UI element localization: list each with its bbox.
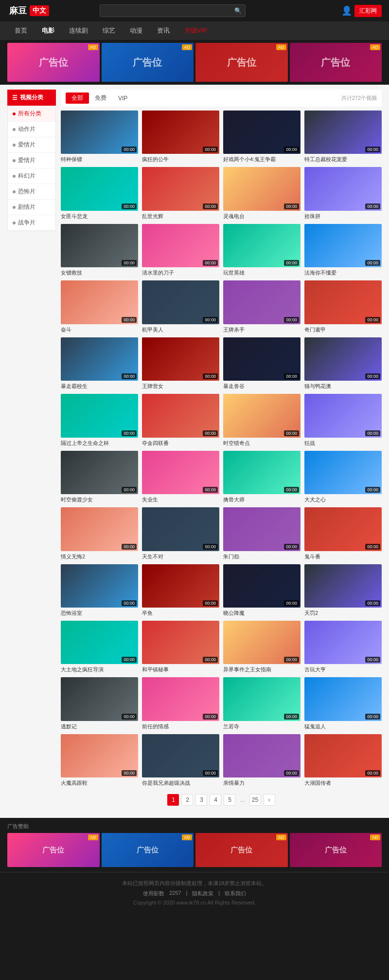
video-card[interactable]: 00:00 恐怖浴室 xyxy=(61,564,138,617)
sidebar-item-scifi[interactable]: 科幻片 xyxy=(8,168,55,184)
sidebar-item-romance[interactable]: 爱情片 xyxy=(8,153,55,168)
user-site-button[interactable]: 汇彩网 xyxy=(354,5,382,17)
video-card[interactable]: 00:00 机甲美人 xyxy=(142,280,219,333)
video-card[interactable]: 00:00 暴走霸校生 xyxy=(61,337,138,390)
video-card[interactable]: 00:00 失业生 xyxy=(142,451,219,503)
footer-contact[interactable]: 联系我们 xyxy=(225,890,246,897)
video-card[interactable]: 00:00 疯狂的公牛 xyxy=(142,111,219,163)
video-title: 和平镇秘事 xyxy=(142,666,219,673)
banner-4-text: 广告位 xyxy=(321,56,350,69)
video-card[interactable]: 00:00 猫与鸭花澳 xyxy=(304,337,382,390)
filter-tab-vip[interactable]: VIP xyxy=(112,93,133,103)
banner-3[interactable]: 广告位 AD xyxy=(195,43,288,82)
video-card[interactable]: 00:00 女匪斗悲龙 xyxy=(61,167,138,220)
video-card[interactable]: 00:00 王牌杀手 xyxy=(223,280,301,333)
ad-item-3[interactable]: 广告位 AD xyxy=(195,833,288,867)
ad-item-4[interactable]: 广告位 AD xyxy=(290,833,382,867)
video-card[interactable]: 00:00 大犬之心 xyxy=(304,451,382,503)
video-card[interactable]: 00:00 时空偷渡少女 xyxy=(61,451,138,503)
video-card[interactable]: 00:00 奇门遁甲 xyxy=(304,280,382,333)
sidebar-item-drama[interactable]: 剧情片 xyxy=(8,200,55,215)
nav-anime[interactable]: 动漫 xyxy=(123,21,150,40)
banner-1[interactable]: 广告位 AD xyxy=(7,43,100,82)
video-card[interactable]: 00:00 情义无悔2 xyxy=(61,507,138,560)
page-2[interactable]: 2 xyxy=(181,794,193,806)
page-5[interactable]: 5 xyxy=(224,794,235,806)
video-title: 时空偷渡少女 xyxy=(61,496,138,503)
video-title: 女匪斗悲龙 xyxy=(61,213,138,220)
page-25[interactable]: 25 xyxy=(249,794,261,806)
ad-item-1[interactable]: 广告位 AD xyxy=(7,833,100,867)
video-card[interactable]: 00:00 灵魂电台 xyxy=(223,167,301,220)
footer: 本站已按照网页内容分级制度处理，未满18岁禁止浏览本站。 使用影数 2257 |… xyxy=(0,872,389,913)
video-card[interactable]: 00:00 隔过上帝之生命之杯 xyxy=(61,394,138,446)
banner-4[interactable]: 广告位 AD xyxy=(290,43,382,82)
video-card[interactable]: 00:00 卒鱼 xyxy=(142,564,219,617)
video-card[interactable]: 00:00 猛鬼追人 xyxy=(304,677,382,730)
page-next[interactable]: › xyxy=(264,794,275,806)
video-card[interactable]: 00:00 狂战 xyxy=(304,394,382,446)
video-card[interactable]: 00:00 特工总裁校花宠爱 xyxy=(304,111,382,163)
video-card[interactable]: 00:00 暴走兽谷 xyxy=(223,337,301,390)
dot xyxy=(13,159,16,162)
video-card[interactable]: 00:00 清水里的刀子 xyxy=(142,224,219,277)
video-card[interactable]: 00:00 乱世光辉 xyxy=(142,167,219,220)
ad-item-4-text: 广告位 xyxy=(325,846,347,855)
video-card[interactable]: 00:00 前任的情感 xyxy=(142,677,219,730)
video-card[interactable]: 00:00 晓公降魔 xyxy=(223,564,301,617)
video-card[interactable]: 00:00 和平镇秘事 xyxy=(142,621,219,673)
video-card[interactable]: 00:00 大土地之疯狂导演 xyxy=(61,621,138,673)
video-card[interactable]: 00:00 夺金四联番 xyxy=(142,394,219,446)
page-1[interactable]: 1 xyxy=(167,794,179,806)
video-card[interactable]: 00:00 天生不对 xyxy=(142,507,219,560)
ad-item-2[interactable]: 广告位 AD xyxy=(102,833,194,867)
logo[interactable]: 麻豆 中文 xyxy=(7,4,49,18)
nav-news[interactable]: 资讯 xyxy=(150,21,177,40)
video-card[interactable]: 00:00 兰若寺 xyxy=(223,677,301,730)
sidebar-item-horror[interactable]: 恐怖片 xyxy=(8,184,55,200)
sidebar-item-action[interactable]: 动作片 xyxy=(8,122,55,137)
video-card[interactable]: 00:00 法海你不懂爱 xyxy=(304,224,382,277)
page-3[interactable]: 3 xyxy=(195,794,207,806)
nav-home[interactable]: 首页 xyxy=(7,21,35,40)
video-duration: 00:00 xyxy=(122,714,137,720)
video-card[interactable]: 00:00 古玩大亨 xyxy=(304,621,382,673)
video-card[interactable]: 00:00 亲情暴力 xyxy=(223,734,301,787)
nav-series[interactable]: 连续剧 xyxy=(62,21,95,40)
video-card[interactable]: 00:00 女镖救技 xyxy=(61,224,138,277)
nav-vip[interactable]: 升级VIP xyxy=(177,21,214,40)
video-card[interactable]: 00:00 异界事件之王女指南 xyxy=(223,621,301,673)
banner-2[interactable]: 广告位 AD xyxy=(102,43,194,82)
video-card[interactable]: 00:00 好戏两个小4:鬼王争霸 xyxy=(223,111,301,163)
video-card[interactable]: 00:00 特种保镖 xyxy=(61,111,138,163)
sidebar-item-war[interactable]: 战争片 xyxy=(8,215,55,231)
main-content: ☰ 视频分类 所有分类 动作片 爱情片 爱情片 科幻片 xyxy=(0,85,389,818)
video-card[interactable]: 00:00 朱门怨 xyxy=(223,507,301,560)
sidebar-item-war2[interactable]: 爱情片 xyxy=(8,137,55,153)
video-card[interactable]: 00:00 鬼斗番 xyxy=(304,507,382,560)
video-card[interactable]: 00:00 拾珠拼 xyxy=(304,167,382,220)
video-card[interactable]: 00:00 逃默记 xyxy=(61,677,138,730)
footer-privacy[interactable]: 隐私政策 xyxy=(192,890,213,897)
video-card[interactable]: 00:00 奋斗 xyxy=(61,280,138,333)
video-card[interactable]: 00:00 火魔高跟鞋 xyxy=(61,734,138,787)
filter-tab-all[interactable]: 全部 xyxy=(66,92,89,104)
nav-variety[interactable]: 综艺 xyxy=(95,21,123,40)
search-input[interactable] xyxy=(100,4,246,17)
video-thumbnail: 00:00 xyxy=(304,337,382,381)
video-card[interactable]: 00:00 时空猎奇点 xyxy=(223,394,301,446)
sidebar-item-all[interactable]: 所有分类 xyxy=(8,106,55,122)
video-card[interactable]: 00:00 王牌营女 xyxy=(142,337,219,390)
video-card[interactable]: 00:00 你是我兄弟超级决战 xyxy=(142,734,219,787)
video-card[interactable]: 00:00 大湖国传者 xyxy=(304,734,382,787)
video-duration: 00:00 xyxy=(203,430,218,436)
video-card[interactable]: 00:00 天罚2 xyxy=(304,564,382,617)
video-card[interactable]: 00:00 擒骨大师 xyxy=(223,451,301,503)
ad-item-3-text: 广告位 xyxy=(230,846,252,855)
search-icon[interactable]: 🔍 xyxy=(234,7,242,14)
video-thumbnail: 00:00 xyxy=(142,564,219,608)
page-4[interactable]: 4 xyxy=(210,794,221,806)
video-card[interactable]: 00:00 玩世英雄 xyxy=(223,224,301,277)
nav-movie[interactable]: 电影 xyxy=(35,21,62,40)
filter-tab-free[interactable]: 免费 xyxy=(89,92,112,104)
